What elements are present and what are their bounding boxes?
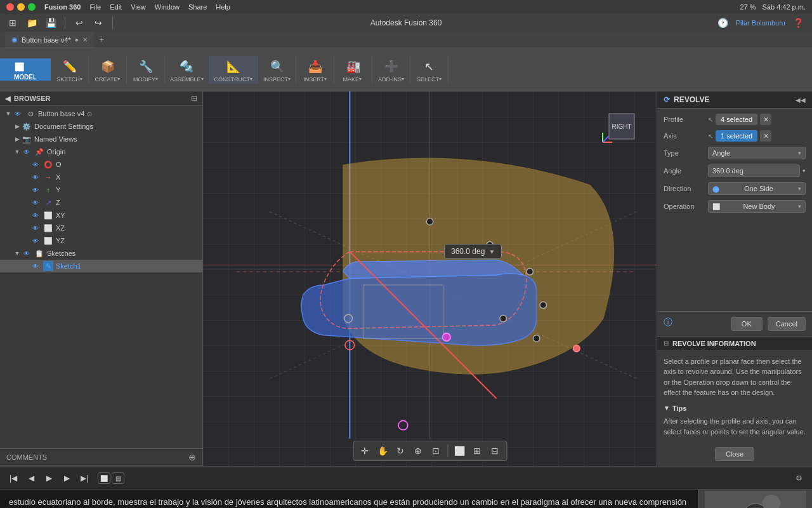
angle-input-arrow-icon[interactable]: ▾ xyxy=(802,168,806,174)
eye-icon-xy[interactable]: 👁 xyxy=(30,210,41,220)
panel-collapse-icon[interactable]: ◀◀ xyxy=(796,97,806,104)
expand-icon-root[interactable]: ▼ xyxy=(4,109,13,118)
save-icon[interactable]: 💾 xyxy=(43,15,58,30)
sketch-button[interactable]: ✏️ xyxy=(57,57,82,76)
sketch-dropdown[interactable]: SKETCH ▾ xyxy=(54,76,85,83)
addins-button[interactable]: ➕ xyxy=(379,57,404,76)
modify-button[interactable]: 🔧 xyxy=(133,57,159,76)
tab-close-icon[interactable]: ✕ xyxy=(82,36,88,43)
view-btn-2[interactable]: ▤ xyxy=(112,472,124,484)
info-icon[interactable]: ⓘ xyxy=(664,317,672,331)
eye-icon-sketch1[interactable]: 👁 xyxy=(30,261,41,271)
next-frame-icon[interactable]: ▶ xyxy=(60,471,74,485)
maximize-dot[interactable] xyxy=(28,3,36,11)
construct-dropdown[interactable]: CONSTRUCT ▾ xyxy=(212,76,256,83)
orbit-icon[interactable]: ↻ xyxy=(393,443,408,458)
operation-dropdown[interactable]: ⬜ New Body ▾ xyxy=(708,200,806,213)
expand-icon-sketches[interactable]: ▼ xyxy=(13,249,22,258)
insert-dropdown[interactable]: INSERT ▾ xyxy=(301,76,329,83)
menu-file[interactable]: File xyxy=(89,3,101,11)
assemble-dropdown[interactable]: ASSEMBLE ▾ xyxy=(167,76,206,83)
menu-window[interactable]: Window xyxy=(155,3,180,11)
create-button[interactable]: 📦 xyxy=(95,57,121,76)
addins-dropdown[interactable]: ADD-INS ▾ xyxy=(376,76,407,83)
settings-icon[interactable]: ⚙ xyxy=(792,471,806,485)
select-button[interactable]: ↖ xyxy=(417,57,442,76)
display-mode-icon[interactable]: ⬜ xyxy=(452,443,467,458)
type-dropdown[interactable]: Angle ▾ xyxy=(708,147,806,159)
user-name[interactable]: Pilar Bolumburu xyxy=(736,19,785,27)
expand-icon-namedviews[interactable]: ▶ xyxy=(13,135,22,144)
browser-arrow-icon[interactable]: ◀ xyxy=(5,95,10,103)
eye-icon-o[interactable]: 👁 xyxy=(30,159,41,170)
menu-edit[interactable]: Edit xyxy=(110,3,122,11)
direction-dropdown[interactable]: ⬤ One Side ▾ xyxy=(708,182,806,195)
tree-item-xz[interactable]: 👁 ⬜ XZ xyxy=(0,222,202,234)
eye-icon-root[interactable]: 👁 xyxy=(13,109,23,119)
profile-selected-button[interactable]: 4 selected xyxy=(716,114,757,125)
tree-item-docsettings[interactable]: ▶ ⚙️ Document Settings xyxy=(0,120,202,133)
skip-start-icon[interactable]: |◀ xyxy=(6,471,20,485)
fit-icon[interactable]: ⊡ xyxy=(428,443,443,458)
zoom-icon[interactable]: ⊕ xyxy=(410,443,426,458)
clock-icon[interactable]: 🕐 xyxy=(716,15,731,30)
tree-item-y[interactable]: 👁 ↑ Y xyxy=(0,184,202,196)
axis-selected-button[interactable]: 1 selected xyxy=(716,130,757,142)
grid-toggle-icon[interactable]: ⊞ xyxy=(469,443,485,458)
browser-collapse-icon[interactable]: ⊟ xyxy=(191,94,197,103)
eye-icon-yz[interactable]: 👁 xyxy=(30,236,41,246)
eye-icon-origin[interactable]: 👁 xyxy=(22,147,32,157)
tips-expand-icon[interactable]: ▼ xyxy=(664,403,670,413)
menu-share[interactable]: Share xyxy=(188,3,207,11)
angle-dropdown-icon[interactable]: ▼ xyxy=(488,248,495,255)
add-tab-button[interactable]: + xyxy=(95,32,109,48)
ok-button[interactable]: OK xyxy=(731,317,763,331)
close-dot[interactable] xyxy=(6,3,14,11)
move-icon[interactable]: ✛ xyxy=(357,443,372,458)
tab-button-base[interactable]: ◉ Button base v4* ● ✕ xyxy=(5,32,95,48)
help-icon[interactable]: ❓ xyxy=(790,15,806,30)
axis-clear-button[interactable]: ✕ xyxy=(760,130,771,142)
mac-traffic-lights[interactable] xyxy=(6,3,36,11)
eye-icon-xz[interactable]: 👁 xyxy=(30,223,41,233)
skip-end-icon[interactable]: ▶| xyxy=(77,471,91,485)
expand-icon-docsettings[interactable]: ▶ xyxy=(13,122,22,131)
minimize-dot[interactable] xyxy=(17,3,25,11)
redo-icon[interactable]: ↪ xyxy=(91,15,106,30)
eye-icon-sketches[interactable]: 👁 xyxy=(22,248,32,258)
add-comment-icon[interactable]: ⊕ xyxy=(188,452,196,462)
insert-button[interactable]: 📥 xyxy=(303,57,328,76)
tree-item-o[interactable]: 👁 ⭕ O xyxy=(0,158,202,171)
grid-icon[interactable]: ⊞ xyxy=(5,15,20,30)
inspect-button[interactable]: 🔍 xyxy=(265,57,290,76)
eye-icon-z[interactable]: 👁 xyxy=(30,197,41,208)
modify-dropdown[interactable]: MODIFY ▾ xyxy=(131,76,160,83)
expand-icon-origin[interactable]: ▼ xyxy=(13,147,22,156)
viewcube[interactable]: RIGHT xyxy=(599,104,644,149)
tree-item-sketches[interactable]: ▼ 👁 📋 Sketches xyxy=(0,247,202,260)
viewport[interactable]: 360.0 deg ▼ RIGHT ✛ ✋ ↻ ⊕ ⊡ ⬜ ⊞ ⊟ xyxy=(203,91,657,466)
file-icon[interactable]: 📁 xyxy=(24,15,39,30)
tree-item-z[interactable]: 👁 ↗ Z xyxy=(0,196,202,209)
make-button[interactable]: 🏭 xyxy=(341,57,366,76)
snap-icon[interactable]: ⊟ xyxy=(487,443,502,458)
profile-clear-button[interactable]: ✕ xyxy=(760,114,771,125)
angle-input[interactable] xyxy=(708,164,800,177)
select-dropdown[interactable]: SELECT ▾ xyxy=(414,76,444,83)
tree-item-origin[interactable]: ▼ 👁 📌 Origin xyxy=(0,145,202,158)
play-icon[interactable]: ▶ xyxy=(42,471,56,485)
info-expand-icon[interactable]: ⊟ xyxy=(664,340,669,347)
tree-item-namedviews[interactable]: ▶ 📷 Named Views xyxy=(0,133,202,145)
eye-icon-y[interactable]: 👁 xyxy=(30,185,41,195)
construct-button[interactable]: 📐 xyxy=(221,57,246,76)
undo-icon[interactable]: ↩ xyxy=(72,15,87,30)
prev-frame-icon[interactable]: ◀ xyxy=(24,471,38,485)
angle-indicator[interactable]: 360.0 deg ▼ xyxy=(444,244,502,259)
inspect-dropdown[interactable]: INSPECT ▾ xyxy=(261,76,293,83)
pan-icon[interactable]: ✋ xyxy=(375,443,390,458)
tree-item-xy[interactable]: 👁 ⬜ XY xyxy=(0,209,202,222)
tree-item-sketch1[interactable]: 👁 ✎ Sketch1 xyxy=(0,260,202,272)
view-btn-1[interactable]: ⬜ xyxy=(98,472,110,484)
assemble-button[interactable]: 🔩 xyxy=(174,57,199,76)
eye-icon-x[interactable]: 👁 xyxy=(30,172,41,182)
